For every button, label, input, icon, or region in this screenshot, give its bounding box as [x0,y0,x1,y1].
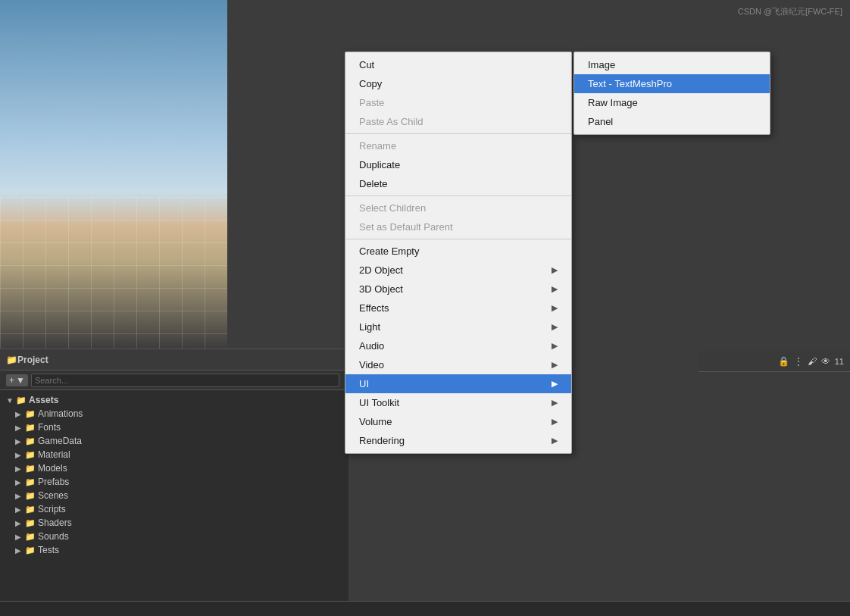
menu-item-audio[interactable]: Audio ▶ [345,336,571,355]
menu-item-select-children-label: Select Children [359,202,426,214]
tree-item-animations[interactable]: ▶ 📁 Animations [0,407,348,421]
menu-item-copy[interactable]: Copy [345,74,571,93]
tree-arrow-sounds: ▶ [15,533,23,541]
tree-folder-icon-animations: 📁 [25,409,36,419]
submenu-item-raw-image[interactable]: Raw Image [574,93,770,112]
watermark: CSDN @飞浪纪元[FWC-FE] [738,6,842,17]
menu-item-create-empty[interactable]: Create Empty [345,242,571,261]
tree-arrow-prefabs: ▶ [15,478,23,486]
visibility-count: 11 [835,357,844,366]
right-panel-icons: 🔒 ⋮ 🖌 👁 11 [698,351,850,372]
menu-item-light[interactable]: Light ▶ [345,317,571,336]
menu-item-select-children[interactable]: Select Children [345,199,571,217]
menu-item-light-arrow: ▶ [552,322,558,332]
tree-label-material: Material [38,449,70,460]
menu-item-cut-label: Cut [359,59,374,70]
tree-arrow-scripts: ▶ [15,505,23,514]
tree-item-models[interactable]: ▶ 📁 Models [0,461,348,475]
menu-item-delete-label: Delete [359,178,388,189]
tree-folder-icon-material: 📁 [25,450,36,460]
tree-arrow-gamedata: ▶ [15,437,23,446]
menu-item-ui-arrow: ▶ [552,379,558,389]
search-input[interactable] [31,374,339,387]
add-button[interactable]: + ▼ [6,374,28,386]
tree-label-animations: Animations [38,408,83,419]
tree-label-scripts: Scripts [38,504,66,514]
project-folder-icon: 📁 [6,355,17,365]
tree-folder-icon-shaders: 📁 [25,518,36,528]
menu-item-volume-label: Volume [359,416,392,427]
menu-item-paste-as-child[interactable]: Paste As Child [345,112,571,131]
add-label: + [9,375,14,386]
tree-folder-icon-tests: 📁 [25,546,36,555]
menu-item-duplicate-label: Duplicate [359,159,400,170]
submenu-item-raw-image-label: Raw Image [588,97,638,108]
menu-item-ui-toolkit-arrow: ▶ [552,398,558,408]
menu-item-3d-object[interactable]: 3D Object ▶ [345,280,571,299]
tree-item-scripts[interactable]: ▶ 📁 Scripts [0,502,348,516]
menu-item-ui-toolkit-label: UI Toolkit [359,397,399,408]
tree-item-gamedata[interactable]: ▶ 📁 GameData [0,434,348,448]
bottom-bar [0,601,850,616]
more-options-icon[interactable]: ⋮ [794,356,803,367]
menu-item-video[interactable]: Video ▶ [345,355,571,374]
menu-item-rename[interactable]: Rename [345,136,571,155]
menu-item-rendering-label: Rendering [359,435,405,446]
tree-folder-icon-gamedata: 📁 [25,436,36,446]
menu-item-volume-arrow: ▶ [552,417,558,427]
tree-item-scenes[interactable]: ▶ 📁 Scenes [0,489,348,502]
menu-item-ui[interactable]: UI ▶ [345,374,571,393]
tree-arrow-tests: ▶ [15,546,23,555]
menu-item-paste[interactable]: Paste [345,93,571,112]
tree-item-sounds[interactable]: ▶ 📁 Sounds [0,530,348,543]
brush-icon[interactable]: 🖌 [808,356,817,367]
tree-item-tests[interactable]: ▶ 📁 Tests [0,543,348,557]
menu-item-ui-label: UI [359,378,369,389]
tree-label-tests: Tests [38,545,59,555]
tree-item-assets[interactable]: ▼ 📁 Assets [0,393,348,407]
submenu-item-image[interactable]: Image [574,55,770,74]
tree-label-gamedata: GameData [38,436,82,446]
tree-label-prefabs: Prefabs [38,477,69,487]
lock-icon[interactable]: 🔒 [778,356,789,367]
menu-item-set-default-parent[interactable]: Set as Default Parent [345,217,571,236]
tree-folder-icon-prefabs: 📁 [25,477,36,487]
divider-3 [345,239,571,239]
menu-item-volume[interactable]: Volume ▶ [345,412,571,431]
menu-item-delete[interactable]: Delete [345,174,571,193]
menu-item-2d-object[interactable]: 2D Object ▶ [345,261,571,280]
menu-item-effects-arrow: ▶ [552,303,558,313]
add-dropdown-icon: ▼ [16,375,25,386]
tree-folder-icon-scenes: 📁 [25,491,36,501]
menu-item-light-label: Light [359,321,380,333]
menu-item-2d-object-arrow: ▶ [552,265,558,275]
tree-item-material[interactable]: ▶ 📁 Material [0,448,348,461]
menu-item-paste-as-child-label: Paste As Child [359,116,423,127]
menu-item-duplicate[interactable]: Duplicate [345,155,571,174]
menu-item-effects-label: Effects [359,302,389,314]
scene-viewport [0,0,227,349]
submenu-item-text-textmeshpro-label: Text - TextMeshPro [588,78,672,89]
menu-item-cut[interactable]: Cut [345,55,571,74]
tree-arrow-material: ▶ [15,451,23,459]
project-panel-header: 📁 Project [0,349,348,371]
menu-item-effects[interactable]: Effects ▶ [345,299,571,317]
project-toolbar: + ▼ [0,371,348,390]
submenu-item-panel[interactable]: Panel [574,112,770,131]
tree-arrow-shaders: ▶ [15,519,23,527]
divider-2 [345,195,571,196]
tree-item-fonts[interactable]: ▶ 📁 Fonts [0,421,348,434]
divider-1 [345,133,571,134]
tree-item-shaders[interactable]: ▶ 📁 Shaders [0,516,348,530]
tree-folder-icon-models: 📁 [25,464,36,474]
submenu-item-text-textmeshpro[interactable]: Text - TextMeshPro [574,74,770,93]
menu-item-copy-label: Copy [359,78,382,89]
visibility-icon[interactable]: 👁 [821,356,830,367]
tree-arrow-animations: ▶ [15,410,23,418]
tree-arrow-assets: ▼ [6,396,14,405]
menu-item-audio-arrow: ▶ [552,341,558,351]
menu-item-rendering[interactable]: Rendering ▶ [345,431,571,450]
menu-item-ui-toolkit[interactable]: UI Toolkit ▶ [345,393,571,412]
tree-item-prefabs[interactable]: ▶ 📁 Prefabs [0,475,348,489]
tree-folder-icon-fonts: 📁 [25,423,36,433]
